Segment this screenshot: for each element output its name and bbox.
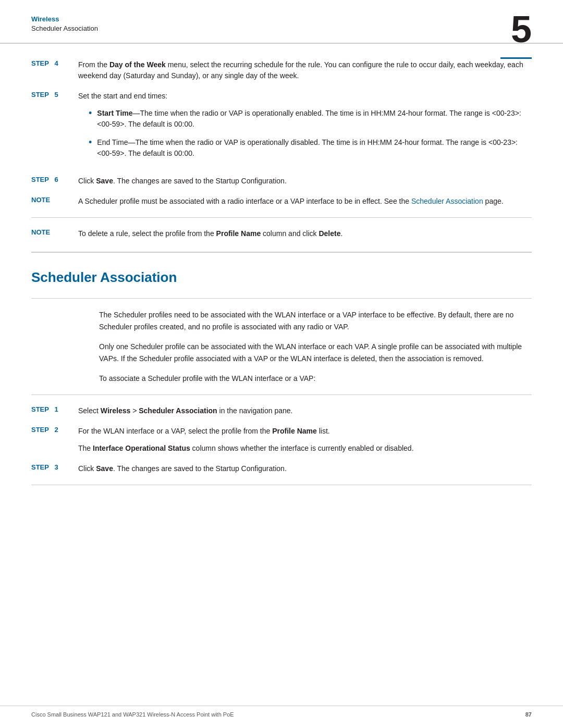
note-1-block: NOTE A Scheduler profile must be associa…: [31, 196, 532, 207]
scheduler-association-link[interactable]: Scheduler Association: [411, 197, 483, 205]
footer-page-number: 87: [525, 711, 532, 718]
header-rule: [500, 57, 532, 59]
divider-5: [31, 485, 532, 485]
note-1-content: A Scheduler profile must be associated w…: [78, 196, 532, 207]
step-5-block: STEP 5 Set the start and end times: • St…: [31, 91, 532, 166]
divider-3: [31, 298, 532, 299]
page-header: Wireless Scheduler Association 5: [0, 0, 563, 44]
bullet-end-time: • End Time—The time when the radio or VA…: [78, 137, 532, 159]
note-2-content: To delete a rule, select the profile fro…: [78, 228, 532, 239]
page-footer: Cisco Small Business WAP121 and WAP321 W…: [0, 706, 563, 718]
bullet-start-time-text: Start Time—The time when the radio or VA…: [97, 108, 532, 130]
step-2-content: For the WLAN interface or a VAP, select …: [78, 426, 532, 454]
bullet-dot-1: •: [89, 108, 92, 119]
step-1-block: STEP 1 Select Wireless > Scheduler Assoc…: [31, 405, 532, 416]
section-intro-1: The Scheduler profiles need to be associ…: [31, 309, 532, 332]
note-2-block: NOTE To delete a rule, select the profil…: [31, 228, 532, 239]
footer-left-text: Cisco Small Business WAP121 and WAP321 W…: [31, 711, 234, 718]
step-3-content: Click Save. The changes are saved to the…: [78, 463, 532, 474]
note-1-label: NOTE: [31, 196, 78, 204]
breadcrumb-sub: Scheduler Association: [31, 24, 532, 33]
step-6-label: STEP 6: [31, 176, 78, 183]
step-5-content: Set the start and end times: • Start Tim…: [78, 91, 532, 166]
step-1-content: Select Wireless > Scheduler Association …: [78, 405, 532, 416]
bullet-start-time: • Start Time—The time when the radio or …: [78, 108, 532, 130]
divider-4: [31, 394, 532, 395]
step-5-label: STEP 5: [31, 91, 78, 98]
section-heading: Scheduler Association: [31, 269, 532, 286]
step-4-block: STEP 4 From the Day of the Week menu, se…: [31, 59, 532, 81]
note-2-label: NOTE: [31, 228, 78, 236]
step-3-label: STEP 3: [31, 463, 78, 471]
bullet-end-time-text: End Time—The time when the radio or VAP …: [97, 137, 532, 159]
step-2-block: STEP 2 For the WLAN interface or a VAP, …: [31, 426, 532, 454]
step-4-content: From the Day of the Week menu, select th…: [78, 59, 532, 81]
step-4-label: STEP 4: [31, 59, 78, 67]
section-intro-2: Only one Scheduler profile can be associ…: [31, 341, 532, 364]
step-1-label: STEP 1: [31, 405, 78, 413]
divider-2: [31, 252, 532, 253]
divider-1: [31, 217, 532, 218]
bullet-list: • Start Time—The time when the radio or …: [78, 108, 532, 159]
step-6-content: Click Save. The changes are saved to the…: [78, 176, 532, 187]
bullet-dot-2: •: [89, 137, 92, 149]
main-content: STEP 4 From the Day of the Week menu, se…: [0, 44, 563, 516]
step-2-label: STEP 2: [31, 426, 78, 434]
breadcrumb-wireless: Wireless: [31, 15, 532, 24]
chapter-number: 5: [511, 10, 532, 48]
section-intro-3: To associate a Scheduler profile with th…: [31, 373, 532, 384]
step-6-block: STEP 6 Click Save. The changes are saved…: [31, 176, 532, 187]
step-3-block: STEP 3 Click Save. The changes are saved…: [31, 463, 532, 474]
